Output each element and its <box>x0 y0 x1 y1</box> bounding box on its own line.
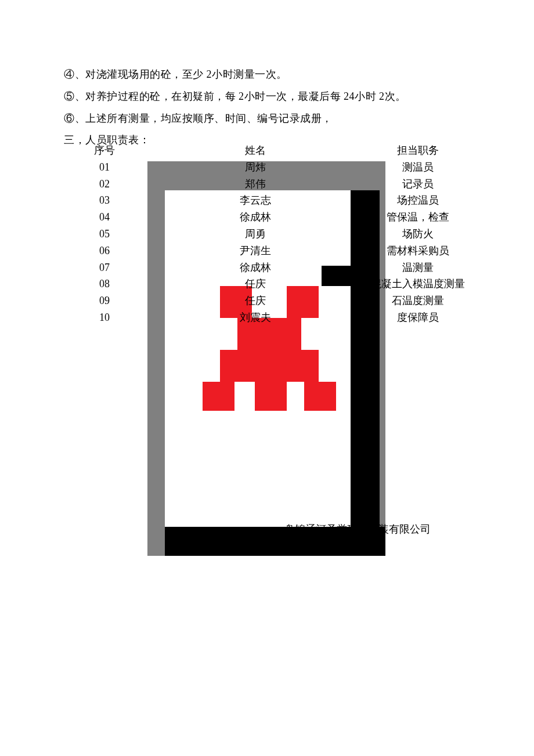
paragraph-5: ⑤、对养护过程的砼，在初疑前，每 2小时一次，最凝后每 24小时 2次。 <box>64 86 470 108</box>
paragraph-4: ④、对浇灌现场用的砼，至少 2小时测量一次。 <box>64 64 470 86</box>
cell-seq: 02 <box>64 176 145 193</box>
document-body: ④、对浇灌现场用的砼，至少 2小时测量一次。 ⑤、对养护过程的砼，在初疑前，每 … <box>0 0 534 151</box>
cell-seq: 10 <box>64 309 145 326</box>
paragraph-6: ⑥、上述所有测量，均应按顺序、时间、编号记录成册， <box>64 108 470 130</box>
watermark-overlay <box>147 161 385 556</box>
cell-seq: 03 <box>64 192 145 209</box>
section-3-heading: 三，人员职责表： <box>64 129 470 151</box>
cell-seq: 09 <box>64 292 145 309</box>
cell-seq: 06 <box>64 243 145 259</box>
cell-seq: 05 <box>64 226 145 243</box>
cell-seq: 01 <box>64 159 145 176</box>
cell-seq: 04 <box>64 209 145 226</box>
company-footer: 盘锦辽河圣誉建筑安装有限公司 <box>284 522 431 536</box>
black-shadow <box>351 190 385 556</box>
red-glyph <box>211 286 327 411</box>
cell-seq: 08 <box>64 276 145 292</box>
cell-seq: 07 <box>64 259 145 276</box>
